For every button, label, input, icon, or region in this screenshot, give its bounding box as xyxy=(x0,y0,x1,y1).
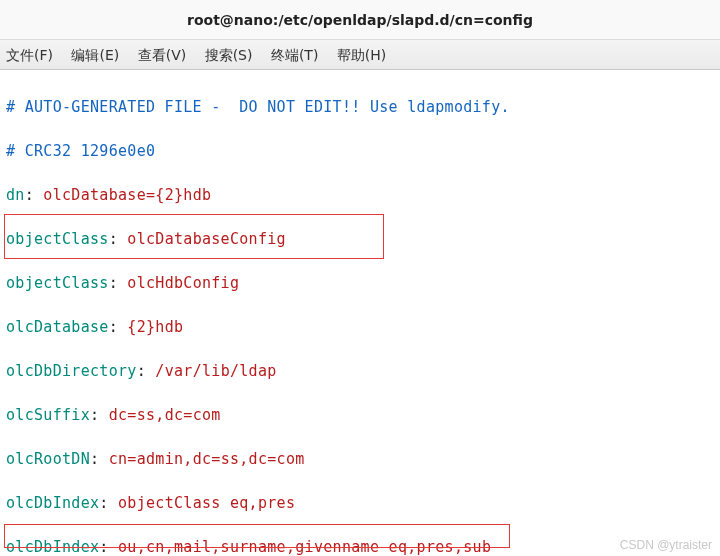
menubar: 文件(F) 编辑(E) 查看(V) 搜索(S) 终端(T) 帮助(H) xyxy=(0,40,720,70)
comment-line: # AUTO-GENERATED FILE - DO NOT EDIT!! Us… xyxy=(6,98,510,116)
ldif-value: olcDatabaseConfig xyxy=(127,230,286,248)
ldif-key: objectClass xyxy=(6,230,109,248)
ldif-value: dc=ss,dc=com xyxy=(109,406,221,424)
ldif-value: ou,cn,mail,surname,givenname eq,pres,sub xyxy=(118,538,491,556)
ldif-value: cn=admin,dc=ss,dc=com xyxy=(109,450,305,468)
ldif-value: olcDatabase={2}hdb xyxy=(43,186,211,204)
window-title: root@nano:/etc/openldap/slapd.d/cn=confi… xyxy=(0,0,720,40)
ldif-key: olcDatabase xyxy=(6,318,109,336)
ldif-key: olcSuffix xyxy=(6,406,90,424)
menu-terminal[interactable]: 终端(T) xyxy=(271,47,318,63)
ldif-value: objectClass eq,pres xyxy=(118,494,295,512)
menu-file[interactable]: 文件(F) xyxy=(6,47,53,63)
menu-edit[interactable]: 编辑(E) xyxy=(71,47,119,63)
ldif-key: olcRootDN xyxy=(6,450,90,468)
menu-help[interactable]: 帮助(H) xyxy=(337,47,386,63)
ldif-key: olcDbIndex xyxy=(6,494,99,512)
ldif-key: olcDbIndex xyxy=(6,538,99,556)
ldif-key: olcDbDirectory xyxy=(6,362,137,380)
menu-view[interactable]: 查看(V) xyxy=(138,47,187,63)
ldif-value: /var/lib/ldap xyxy=(155,362,276,380)
ldif-value: {2}hdb xyxy=(127,318,183,336)
terminal-content[interactable]: # AUTO-GENERATED FILE - DO NOT EDIT!! Us… xyxy=(0,70,720,556)
ldif-key: dn xyxy=(6,186,25,204)
watermark: CSDN @ytraister xyxy=(620,538,712,552)
comment-line: # CRC32 1296e0e0 xyxy=(6,142,155,160)
ldif-key: objectClass xyxy=(6,274,109,292)
ldif-value: olcHdbConfig xyxy=(127,274,239,292)
menu-search[interactable]: 搜索(S) xyxy=(205,47,253,63)
